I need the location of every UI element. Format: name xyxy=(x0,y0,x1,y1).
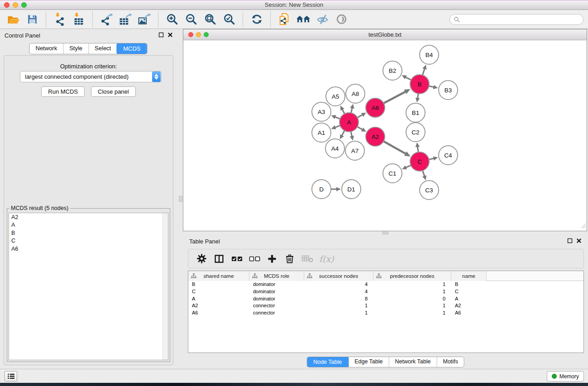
graph-node-label: D1 xyxy=(347,186,355,193)
tab-mcds[interactable]: MCDS xyxy=(116,43,147,54)
network-graph[interactable]: B4B2BB3A8A5A6B1A3AA1C2A2A4A7C4CC1C3DD1 xyxy=(183,40,587,231)
tab-network-table[interactable]: Network Table xyxy=(389,357,437,367)
import-network-icon[interactable] xyxy=(53,12,67,27)
export-network-icon[interactable] xyxy=(99,12,114,27)
graph-node-label: B2 xyxy=(389,67,397,74)
column-header-predecessor-nodes[interactable]: predecessor nodes xyxy=(373,271,451,281)
tab-motifs[interactable]: Motifs xyxy=(436,357,464,367)
zoom-fit-icon[interactable] xyxy=(203,12,217,27)
memory-button[interactable]: Memory xyxy=(547,371,584,381)
deselect-all-icon[interactable] xyxy=(248,252,261,266)
column-header-name[interactable]: name xyxy=(451,271,487,281)
network-canvas[interactable]: B4B2BB3A8A5A6B1A3AA1C2A2A4A7C4CC1C3DD1 xyxy=(183,40,587,231)
graph-edge-arrowhead xyxy=(350,104,354,109)
table-toolbar: f(x) xyxy=(188,249,584,268)
graph-node-label: C2 xyxy=(411,129,419,136)
sitemap-icon xyxy=(307,273,312,279)
splitter-handle-horizontal[interactable] xyxy=(382,232,388,234)
settings-icon[interactable] xyxy=(195,252,208,266)
home-icon[interactable] xyxy=(296,12,311,27)
table-cell: 4 xyxy=(304,281,373,288)
node-table: shared nameMCDS rolesuccessor nodesprede… xyxy=(188,271,584,353)
resize-grip-icon[interactable] xyxy=(579,222,586,230)
graph-edge-arrowhead xyxy=(416,98,420,103)
tab-select[interactable]: Select xyxy=(88,43,117,54)
graph-edge-A6-B[interactable] xyxy=(383,91,406,104)
hide-selected-icon[interactable] xyxy=(315,12,330,27)
delete-icon[interactable] xyxy=(283,252,296,266)
graph-node-label: C4 xyxy=(444,152,452,159)
graph-node-label: A6 xyxy=(372,105,379,111)
function-builder-button[interactable]: f(x) xyxy=(319,254,334,264)
network-view-window: testGlobe.txt B4B2BB3A8A5A6B1A3AA1C2A2A4… xyxy=(183,29,587,231)
graph-edge-arrowhead xyxy=(422,175,426,180)
close-panel-button[interactable]: Close panel xyxy=(91,86,136,97)
export-image-icon[interactable] xyxy=(137,12,152,27)
search-box[interactable] xyxy=(449,14,583,25)
graph-edge-arrowhead xyxy=(422,65,426,70)
table-cell: 1 xyxy=(304,302,373,310)
float-panel-icon[interactable] xyxy=(158,32,164,38)
tab-edge-table[interactable]: Edge Table xyxy=(348,357,388,367)
result-item[interactable]: A2 xyxy=(9,213,168,221)
export-table-icon[interactable] xyxy=(118,12,133,27)
table-cell: 1 xyxy=(373,310,451,317)
table-row[interactable]: Adominator80A xyxy=(188,295,583,303)
graph-node-label: C xyxy=(417,158,422,165)
zoom-out-icon[interactable] xyxy=(184,12,198,27)
zoom-selected-icon[interactable] xyxy=(222,12,236,27)
delete-table-icon xyxy=(301,252,314,266)
graph-edge-A2-C[interactable] xyxy=(383,141,406,154)
tab-style[interactable]: Style xyxy=(63,43,88,54)
window-titlebar: Session: New Session xyxy=(0,0,588,10)
column-header-successor-nodes[interactable]: successor nodes xyxy=(304,271,373,281)
mcds-result-list[interactable]: A2ABCA6 xyxy=(9,213,168,360)
tab-network[interactable]: Network xyxy=(29,43,63,54)
toolbar-separator xyxy=(46,12,46,27)
columns-icon[interactable] xyxy=(212,252,226,266)
table-row[interactable]: Cdominator41C xyxy=(188,288,583,295)
graph-node-label: A2 xyxy=(372,133,379,140)
zoom-in-icon[interactable] xyxy=(165,12,179,27)
close-panel-icon[interactable] xyxy=(167,32,173,38)
table-cell: A xyxy=(188,295,249,303)
clone-network-icon[interactable] xyxy=(277,12,292,27)
result-scrollbar[interactable] xyxy=(163,213,168,360)
import-table-icon[interactable] xyxy=(72,12,86,27)
result-item[interactable]: B xyxy=(9,229,168,237)
table-cell: 1 xyxy=(373,302,451,310)
graph-node-label: C3 xyxy=(425,187,433,194)
show-panels-button[interactable] xyxy=(5,371,17,381)
select-all-icon[interactable] xyxy=(230,252,244,266)
close-panel-icon[interactable] xyxy=(576,238,582,243)
column-header-label: successor nodes xyxy=(319,273,358,279)
run-mcds-button[interactable]: Run MCDS xyxy=(41,86,85,97)
table-row[interactable]: Bdominator41B xyxy=(188,281,583,288)
mcds-panel: Optimization criterion: largest connecte… xyxy=(4,55,173,365)
column-header-label: shared name xyxy=(203,273,234,279)
tab-node-table[interactable]: Node Table xyxy=(306,357,349,367)
select-stepper-icon xyxy=(152,71,161,82)
table-cell: 1 xyxy=(304,310,373,317)
refresh-icon[interactable] xyxy=(249,12,264,27)
add-icon[interactable] xyxy=(265,252,279,266)
result-item[interactable]: A xyxy=(9,221,168,229)
table-cell: A xyxy=(451,295,487,303)
toolbar-separator xyxy=(270,12,271,27)
column-header-MCDS-role[interactable]: MCDS role xyxy=(249,271,304,281)
show-all-icon[interactable] xyxy=(334,12,349,27)
table-row[interactable]: A2connector11A2 xyxy=(188,302,583,310)
graph-node-label: C1 xyxy=(388,170,396,177)
column-header-shared-name[interactable]: shared name xyxy=(188,271,249,281)
graph-edge-arrowhead xyxy=(416,143,420,148)
table-row[interactable]: A6connector11A6 xyxy=(188,310,583,317)
result-item[interactable]: C xyxy=(9,237,168,245)
save-icon[interactable] xyxy=(25,12,39,27)
result-item[interactable]: A6 xyxy=(9,245,168,253)
network-window-titlebar[interactable]: testGlobe.txt xyxy=(183,29,587,40)
float-panel-icon[interactable] xyxy=(567,238,573,243)
search-input[interactable] xyxy=(462,15,583,24)
criterion-select[interactable]: largest connected component (directed) xyxy=(20,71,162,82)
splitter-handle-vertical[interactable] xyxy=(179,196,182,202)
open-folder-icon[interactable] xyxy=(6,12,20,27)
